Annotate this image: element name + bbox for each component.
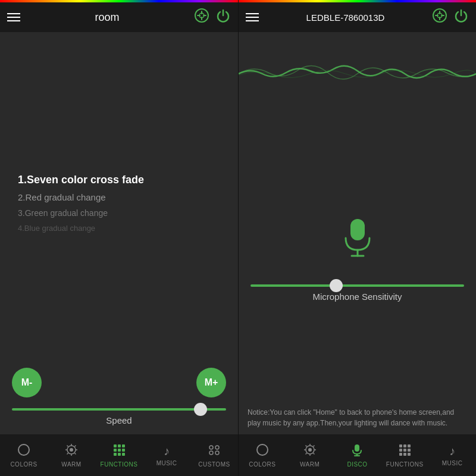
functions-list: 1.Seven color cross fade 2.Red gradual c… bbox=[12, 44, 226, 362]
left-nav-colors[interactable]: COLORS bbox=[0, 434, 48, 476]
left-nav-music[interactable]: ♪ MUSIC bbox=[143, 434, 190, 476]
right-nav-warm[interactable]: WARM bbox=[286, 434, 334, 476]
power-icon[interactable] bbox=[215, 8, 231, 27]
mic-sensitivity-label: Microphone Sensitivity bbox=[250, 292, 464, 302]
svg-rect-26 bbox=[403, 444, 406, 447]
left-nav-functions-label: FUNCTIONS bbox=[101, 461, 138, 468]
svg-rect-32 bbox=[403, 453, 406, 456]
speed-label: Speed bbox=[12, 415, 226, 425]
right-warm-icon bbox=[303, 443, 317, 459]
svg-point-4 bbox=[70, 448, 73, 452]
left-nav-customs-label: CUSTOMS bbox=[198, 461, 230, 468]
mode-plus-button[interactable]: M+ bbox=[196, 368, 226, 397]
speed-slider-track[interactable] bbox=[12, 408, 226, 411]
svg-rect-7 bbox=[122, 444, 125, 447]
left-nav-warm[interactable]: WARM bbox=[48, 434, 95, 476]
disco-content: Microphone Sensitivity bbox=[239, 115, 476, 407]
func-item-3[interactable]: 3.Green gradual change bbox=[18, 207, 220, 219]
right-nav-music-label: MUSIC bbox=[442, 460, 463, 466]
left-nav-functions[interactable]: FUNCTIONS bbox=[95, 434, 143, 476]
left-main: 1.Seven color cross fade 2.Red gradual c… bbox=[0, 32, 238, 434]
right-nav-functions-label: FUNCTIONS bbox=[386, 461, 424, 468]
right-colors-icon bbox=[256, 443, 269, 459]
func-item-2[interactable]: 2.Red gradual change bbox=[18, 191, 220, 203]
svg-point-16 bbox=[209, 451, 213, 455]
right-functions-icon bbox=[398, 443, 411, 459]
customs-icon bbox=[208, 443, 221, 459]
mode-buttons: M- M+ bbox=[12, 362, 226, 400]
mic-sensitivity-slider: Microphone Sensitivity bbox=[250, 277, 464, 305]
svg-rect-13 bbox=[122, 453, 125, 456]
mic-slider-thumb[interactable] bbox=[330, 279, 343, 292]
right-nav-colors[interactable]: COLORS bbox=[239, 434, 286, 476]
left-nav-warm-label: WARM bbox=[61, 461, 81, 468]
right-panel: LEDBLE-7860013D bbox=[238, 0, 476, 476]
left-bottom-nav: COLORS WARM bbox=[0, 434, 238, 476]
right-nav-warm-label: WARM bbox=[300, 461, 320, 468]
svg-point-17 bbox=[215, 451, 219, 455]
svg-rect-9 bbox=[118, 449, 121, 452]
svg-rect-20 bbox=[350, 219, 365, 240]
right-power-icon[interactable] bbox=[453, 8, 469, 27]
right-nav-disco-label: DISCO bbox=[347, 461, 367, 468]
svg-rect-27 bbox=[408, 444, 411, 447]
speed-slider-thumb[interactable] bbox=[194, 403, 207, 416]
svg-rect-5 bbox=[114, 444, 117, 447]
right-bottom-nav: COLORS WARM bbox=[239, 434, 476, 476]
right-music-icon: ♪ bbox=[449, 444, 455, 458]
mode-minus-button[interactable]: M- bbox=[12, 368, 42, 397]
svg-rect-12 bbox=[118, 453, 121, 456]
right-title: LEDBLE-7860013D bbox=[265, 12, 426, 23]
svg-point-14 bbox=[209, 446, 213, 449]
func-item-1[interactable]: 1.Seven color cross fade bbox=[18, 173, 220, 187]
svg-rect-28 bbox=[399, 449, 402, 452]
left-nav-colors-label: COLORS bbox=[10, 461, 37, 468]
left-nav-music-label: MUSIC bbox=[156, 460, 177, 466]
right-header: LEDBLE-7860013D bbox=[239, 2, 476, 32]
left-nav-customs[interactable]: CUSTOMS bbox=[190, 434, 238, 476]
svg-rect-11 bbox=[114, 453, 117, 456]
menu-icon[interactable] bbox=[7, 13, 20, 21]
svg-point-15 bbox=[215, 446, 219, 449]
svg-rect-8 bbox=[114, 449, 117, 452]
right-nav-disco[interactable]: DISCO bbox=[334, 434, 381, 476]
music-icon: ♪ bbox=[164, 444, 170, 458]
speed-slider-container: Speed bbox=[12, 400, 226, 428]
svg-rect-10 bbox=[122, 449, 125, 452]
svg-rect-31 bbox=[399, 453, 402, 456]
svg-point-21 bbox=[257, 444, 268, 455]
right-menu-icon[interactable] bbox=[246, 13, 259, 21]
svg-point-23 bbox=[308, 448, 312, 452]
left-title: room bbox=[26, 11, 188, 24]
func-item-4[interactable]: 4.Blue gradual change bbox=[18, 223, 220, 234]
svg-rect-25 bbox=[399, 444, 402, 447]
svg-rect-6 bbox=[118, 444, 121, 447]
microphone-icon bbox=[340, 218, 375, 265]
svg-rect-29 bbox=[403, 449, 406, 452]
sound-wave bbox=[239, 32, 476, 115]
svg-rect-30 bbox=[408, 449, 411, 452]
notice-text: Notice:You can click "Home" to back to p… bbox=[239, 407, 476, 434]
svg-rect-24 bbox=[355, 444, 359, 452]
warm-icon bbox=[65, 443, 78, 459]
right-nav-colors-label: COLORS bbox=[249, 461, 275, 468]
colors-icon bbox=[17, 443, 30, 459]
left-panel: room 1.Seven color cross fade 2.Red grad… bbox=[0, 0, 238, 476]
clock-icon[interactable] bbox=[194, 8, 209, 27]
right-clock-icon[interactable] bbox=[432, 8, 447, 27]
svg-point-2 bbox=[18, 444, 29, 455]
right-nav-music[interactable]: ♪ MUSIC bbox=[428, 434, 476, 476]
right-nav-functions[interactable]: FUNCTIONS bbox=[381, 434, 428, 476]
right-disco-icon bbox=[350, 443, 364, 459]
left-header: room bbox=[0, 2, 238, 32]
mic-slider-track[interactable] bbox=[250, 284, 464, 287]
svg-rect-33 bbox=[408, 453, 411, 456]
functions-icon bbox=[112, 443, 126, 459]
